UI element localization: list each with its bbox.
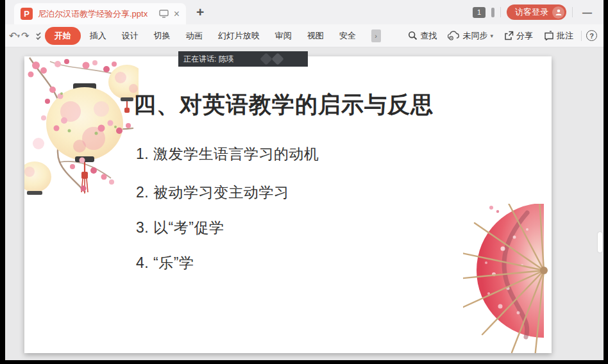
- lantern-blossom-decoration: [24, 56, 139, 196]
- sync-status-button[interactable]: 未同步 ▾: [444, 30, 496, 42]
- vertical-scrollbar-thumb[interactable]: [598, 232, 602, 252]
- share-icon: [504, 31, 514, 40]
- person-icon: [552, 6, 564, 19]
- tab-bar: P 尼泊尔汉语教学经验分享.pptx × + 1: [5, 0, 604, 24]
- sync-label: 未同步: [462, 30, 487, 42]
- speaking-label: 正在讲话: 陈瑛: [183, 54, 234, 65]
- slide-bullet-4: 4. “乐”学: [136, 253, 194, 273]
- chevron-down-icon: ▾: [490, 33, 493, 39]
- new-tab-button[interactable]: +: [196, 4, 204, 20]
- ribbon-tab-view[interactable]: 视图: [300, 27, 332, 45]
- search-icon: [408, 31, 418, 40]
- share-button[interactable]: 分享: [501, 30, 536, 42]
- divider: [572, 7, 573, 17]
- ribbon-tab-review[interactable]: 审阅: [267, 27, 300, 45]
- find-label: 查找: [420, 30, 437, 42]
- screen: P 尼泊尔汉语教学经验分享.pptx × + 1: [0, 0, 608, 364]
- close-tab-icon[interactable]: ×: [174, 9, 180, 19]
- guest-login-button[interactable]: 访客登录: [507, 4, 566, 20]
- comment-label: 批注: [557, 30, 573, 42]
- slide-title: 四、对英语教学的启示与反思: [133, 90, 434, 120]
- window-count-badge[interactable]: 1: [473, 7, 486, 18]
- umbrella-decoration: [463, 204, 552, 353]
- minimize-button[interactable]: —: [578, 7, 596, 18]
- document-tab[interactable]: P 尼泊尔汉语教学经验分享.pptx ×: [14, 3, 186, 24]
- slide-bullet-2: 2. 被动学习变主动学习: [136, 183, 289, 203]
- guest-login-label: 访客登录: [515, 6, 548, 18]
- comment-icon: [544, 31, 554, 40]
- slide-bullet-3: 3. 以“考”促学: [136, 218, 224, 238]
- meeting-speaking-overlay: 正在讲话: 陈瑛: [178, 51, 308, 67]
- ribbon-tab-design[interactable]: 设计: [114, 27, 146, 45]
- cloud-offline-icon: [448, 31, 460, 40]
- slide-canvas[interactable]: 四、对英语教学的启示与反思 1. 激发学生语言学习的动机 2. 被动学习变主动学…: [24, 56, 552, 353]
- ribbon-tab-home[interactable]: 开始: [45, 27, 81, 45]
- collapse-ribbon-icon[interactable]: [36, 32, 41, 39]
- ribbon-tab-insert[interactable]: 插入: [82, 27, 114, 45]
- ribbon-scroll-right-icon[interactable]: ›: [371, 29, 381, 42]
- find-button[interactable]: 查找: [405, 30, 440, 42]
- ribbon-bar: ↶ ▾ ↷ 开始 插入 设计 切换 动画 幻灯片放映 审阅 视图 安全 开 ›: [5, 24, 604, 47]
- ribbon-tab-slideshow[interactable]: 幻灯片放映: [210, 27, 267, 45]
- slide-bullet-1: 1. 激发学生语言学习的动机: [136, 144, 319, 164]
- divider: [581, 31, 582, 41]
- ribbon-tab-transition[interactable]: 切换: [146, 27, 178, 45]
- ribbon-tab-animation[interactable]: 动画: [178, 27, 210, 45]
- document-title: 尼泊尔汉语教学经验分享.pptx: [38, 8, 148, 20]
- divider: [500, 7, 501, 17]
- redo-icon[interactable]: ↷: [20, 30, 31, 42]
- editor-workspace: 四、对英语教学的启示与反思 1. 激发学生语言学习的动机 2. 被动学习变主动学…: [5, 47, 604, 360]
- ribbon-tab-security[interactable]: 安全: [332, 27, 364, 45]
- meeting-app-logo-icon: [255, 53, 292, 65]
- help-icon[interactable]: ?: [586, 30, 597, 41]
- projection-icon[interactable]: [159, 10, 169, 18]
- comment-button[interactable]: 批注: [541, 30, 577, 42]
- wps-logo-icon: P: [21, 8, 33, 20]
- window-stack-icon: [491, 8, 494, 17]
- share-label: 分享: [516, 30, 533, 42]
